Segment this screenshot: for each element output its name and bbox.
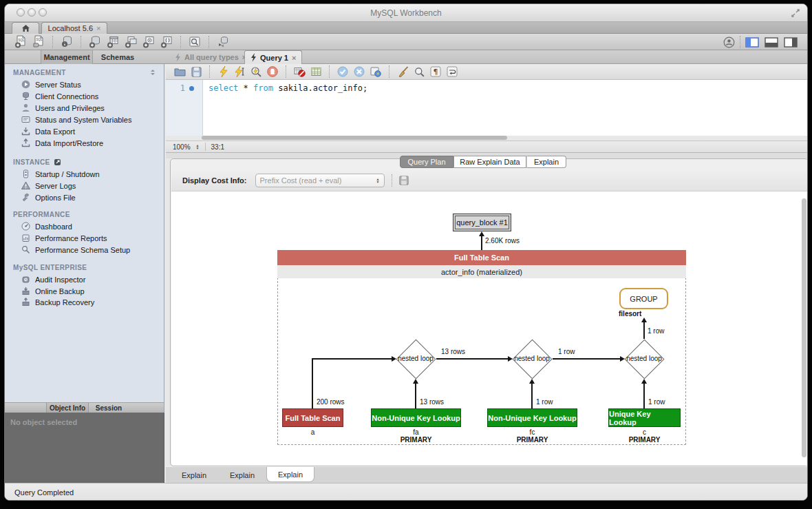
editor-gutter: 1 — [166, 80, 203, 136]
save-icon — [191, 67, 202, 77]
online-backup-icon — [21, 287, 30, 295]
lightning-icon — [175, 53, 181, 62]
sidebar-item-server-status[interactable]: Server Status — [5, 79, 164, 90]
sidebar-item-options-file[interactable]: Options File — [5, 191, 164, 203]
toggle-autocommit-button[interactable] — [367, 65, 384, 79]
search-data-button[interactable] — [186, 34, 204, 50]
new-sql-tab-button[interactable]: SQL — [12, 34, 30, 50]
index-name: PRIMARY — [608, 436, 681, 444]
new-function-button[interactable] — [158, 34, 175, 50]
full-table-scan-node[interactable]: Full Table Scan — [282, 408, 343, 427]
clear-query-button[interactable] — [394, 65, 411, 79]
query-tab-all-query-types[interactable]: All query types × — [169, 50, 252, 64]
query-plan-panel: Display Cost Info: Prefix Cost (read + e… — [170, 158, 808, 466]
tab-management[interactable]: Management — [41, 50, 93, 64]
user-connection-icon[interactable] — [723, 37, 735, 48]
tab-object-info[interactable]: Object Info — [46, 403, 89, 413]
explain-query-button[interactable] — [248, 65, 264, 79]
connection-tab-strip: Localhost 5.6 × — [5, 22, 807, 34]
toggle-word-wrap-button[interactable] — [444, 65, 460, 79]
commit-button[interactable] — [334, 65, 351, 79]
sidebar-item-audit-inspector[interactable]: Audit Inspector — [5, 273, 164, 285]
canvas-vertical-scrollbar[interactable] — [802, 198, 806, 457]
toggle-left-sidebar-icon[interactable] — [745, 37, 759, 48]
sidebar-item-users-and-privileges[interactable]: Users and Privileges — [5, 102, 164, 114]
sidebar-item-status-and-system-variables[interactable]: Status and System Variables — [5, 114, 164, 125]
nested-loop-node[interactable]: nested loop — [396, 339, 436, 379]
table-alias: fc — [487, 428, 577, 436]
server-info-button[interactable] — [58, 34, 76, 50]
group-node[interactable]: GROUP — [619, 288, 668, 309]
result-tab-explain-1[interactable]: Explain — [170, 467, 218, 484]
toolbar-separator — [389, 65, 389, 78]
tab-schemas[interactable]: Schemas — [93, 50, 142, 64]
sidebar-item-server-logs[interactable]: Server Logs — [5, 180, 164, 191]
stop-query-button[interactable] — [264, 65, 281, 79]
result-tab-explain-3[interactable]: Explain — [266, 467, 314, 482]
find-button[interactable] — [411, 65, 427, 79]
toggle-stop-on-error-button[interactable] — [291, 65, 308, 79]
toolbar-separator — [740, 36, 740, 48]
connection-tab[interactable]: Localhost 5.6 × — [41, 22, 107, 34]
reconnect-db-button[interactable] — [214, 34, 232, 50]
sidebar-item-startup-shutdown[interactable]: Startup / Shutdown — [5, 168, 164, 180]
toggle-bottom-panel-icon[interactable] — [765, 37, 778, 48]
nested-loop-node[interactable]: nested loop — [512, 339, 552, 379]
limit-rows-icon — [311, 67, 321, 76]
save-script-button[interactable] — [188, 65, 204, 79]
sql-editor[interactable]: 1 select * from sakila.actor_info; — [166, 80, 808, 136]
sql-text: sakila.actor_info; — [273, 83, 367, 93]
index-name: PRIMARY — [371, 436, 461, 444]
nested-loop-node[interactable]: nested loop — [624, 339, 664, 379]
tab-query-plan[interactable]: Query Plan — [400, 156, 453, 168]
sql-keyword: from — [253, 83, 273, 93]
sidebar-item-performance-reports[interactable]: Performance Reports — [5, 232, 164, 244]
execute-query-button[interactable] — [215, 65, 231, 79]
new-schema-button[interactable] — [86, 34, 104, 50]
tab-raw-explain-data[interactable]: Raw Explain Data — [453, 156, 526, 168]
tab-session[interactable]: Session — [92, 403, 126, 413]
stop-on-error-icon — [294, 66, 306, 77]
tab-explain[interactable]: Explain — [526, 156, 566, 168]
close-icon[interactable]: × — [96, 25, 100, 32]
toggle-right-sidebar-icon[interactable] — [784, 37, 798, 48]
fullscreen-icon[interactable] — [791, 8, 800, 18]
new-view-button[interactable] — [122, 34, 140, 50]
sidebar-item-client-connections[interactable]: Client Connections — [5, 90, 164, 102]
sidebar-item-data-export[interactable]: Data Export — [5, 125, 164, 137]
new-procedure-button[interactable] — [140, 34, 158, 50]
toggle-invisibles-button[interactable]: ¶ — [427, 65, 444, 79]
rollback-button[interactable] — [351, 65, 367, 79]
home-tab[interactable] — [12, 22, 39, 34]
scrollbar-thumb[interactable] — [202, 136, 507, 140]
query-tab-query-1[interactable]: Query 1 × — [244, 50, 302, 64]
limit-rows-button[interactable] — [308, 65, 324, 79]
sidebar-item-data-import-restore[interactable]: Data Import/Restore — [5, 137, 164, 149]
editor-horizontal-scrollbar[interactable] — [166, 136, 808, 141]
key-lookup-node[interactable]: Unique Key Lookup — [608, 408, 681, 427]
section-title-instance: INSTANCE — [13, 157, 61, 167]
execute-current-statement-button[interactable] — [231, 65, 248, 79]
svg-text:SQL: SQL — [36, 38, 43, 41]
query-block-node[interactable]: query_block #1 — [453, 214, 511, 231]
sidebar-item-backup-recovery[interactable]: Backup Recovery — [5, 296, 164, 308]
open-sql-script-button[interactable]: SQL — [30, 34, 47, 50]
new-table-button[interactable] — [104, 34, 122, 50]
statement-marker-icon — [189, 86, 194, 91]
sidebar-item-online-backup[interactable]: Online Backup — [5, 285, 164, 297]
execute-current-icon — [235, 66, 245, 77]
sidebar-item-dashboard[interactable]: Dashboard — [5, 220, 164, 232]
key-lookup-node[interactable]: Non-Unique Key Lookup — [487, 408, 577, 427]
open-file-button[interactable] — [171, 65, 188, 79]
sql-code-line[interactable]: select * from sakila.actor_info; — [209, 83, 367, 93]
key-lookup-node[interactable]: Non-Unique Key Lookup — [371, 408, 461, 427]
sidebar-item-performance-schema-setup[interactable]: Performance Schema Setup — [5, 244, 164, 256]
close-icon[interactable]: × — [292, 54, 296, 61]
result-tab-explain-2[interactable]: Explain — [218, 467, 266, 484]
reconnect-db-icon — [216, 35, 230, 49]
materialized-header[interactable]: Full Table Scan — [277, 250, 686, 265]
collapse-sidebar-icon[interactable] — [149, 69, 156, 76]
save-plan-icon[interactable] — [399, 176, 409, 185]
zoom-stepper[interactable]: ▲▼ — [196, 144, 200, 149]
cost-info-dropdown[interactable]: Prefix Cost (read + eval) ▲▼ — [255, 174, 385, 187]
